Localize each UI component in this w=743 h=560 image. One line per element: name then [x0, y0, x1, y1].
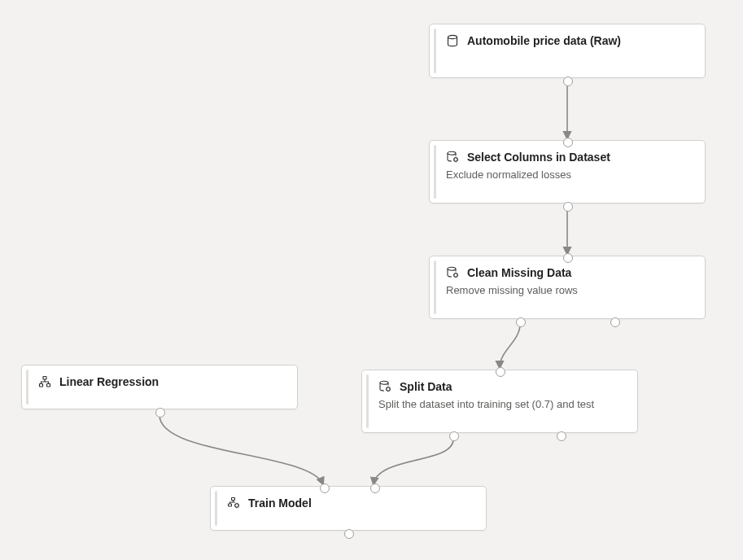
node-accent-strip [215, 491, 217, 526]
node-accent-strip [26, 370, 28, 405]
node-title: Linear Regression [59, 375, 159, 388]
output-port[interactable] [563, 202, 573, 212]
flow-icon [38, 375, 51, 388]
svg-rect-10 [232, 498, 235, 501]
node-automobile-price-data[interactable]: Automobile price data (Raw) [429, 24, 706, 78]
node-title: Clean Missing Data [467, 266, 571, 279]
svg-rect-11 [229, 504, 232, 506]
input-port-1[interactable] [320, 483, 330, 493]
svg-point-3 [448, 267, 456, 270]
node-accent-strip [434, 145, 436, 199]
database-gear-icon [446, 266, 459, 279]
input-port[interactable] [563, 138, 573, 147]
pipeline-canvas[interactable]: Automobile price data (Raw) Select Col [0, 0, 743, 560]
output-port-1[interactable] [449, 431, 459, 441]
svg-rect-7 [43, 377, 46, 380]
node-split-data[interactable]: Split Data Split the dataset into traini… [361, 370, 638, 433]
svg-point-1 [448, 151, 456, 155]
svg-rect-8 [40, 384, 43, 387]
output-port-2[interactable] [557, 431, 566, 441]
node-accent-strip [434, 260, 436, 314]
svg-point-0 [448, 35, 457, 38]
database-gear-icon [446, 151, 459, 164]
node-title: Train Model [248, 497, 312, 510]
node-select-columns[interactable]: Select Columns in Dataset Exclude normal… [429, 140, 706, 203]
node-title: Split Data [400, 380, 452, 393]
flow-gear-icon [227, 497, 240, 510]
node-linear-regression[interactable]: Linear Regression [21, 365, 298, 409]
node-clean-missing-data[interactable]: Clean Missing Data Remove missing value … [429, 256, 706, 319]
svg-rect-9 [47, 384, 50, 387]
svg-point-5 [380, 381, 388, 384]
output-port[interactable] [344, 529, 354, 539]
output-port[interactable] [563, 77, 573, 86]
output-port-2[interactable] [610, 317, 620, 327]
node-subtitle: Split the dataset into training set (0.7… [378, 398, 624, 410]
output-port[interactable] [155, 408, 165, 418]
node-subtitle: Remove missing value rows [446, 284, 692, 296]
input-port[interactable] [496, 367, 505, 377]
input-port-2[interactable] [370, 483, 380, 493]
node-accent-strip [366, 374, 369, 428]
database-gear-icon [378, 380, 391, 393]
input-port[interactable] [563, 253, 573, 263]
node-title: Select Columns in Dataset [467, 151, 610, 164]
output-port-1[interactable] [516, 317, 526, 327]
node-train-model[interactable]: Train Model [210, 486, 487, 531]
node-accent-strip [434, 28, 436, 73]
node-subtitle: Exclude normalized losses [446, 168, 692, 181]
node-title: Automobile price data (Raw) [467, 34, 621, 47]
database-icon [446, 34, 459, 47]
